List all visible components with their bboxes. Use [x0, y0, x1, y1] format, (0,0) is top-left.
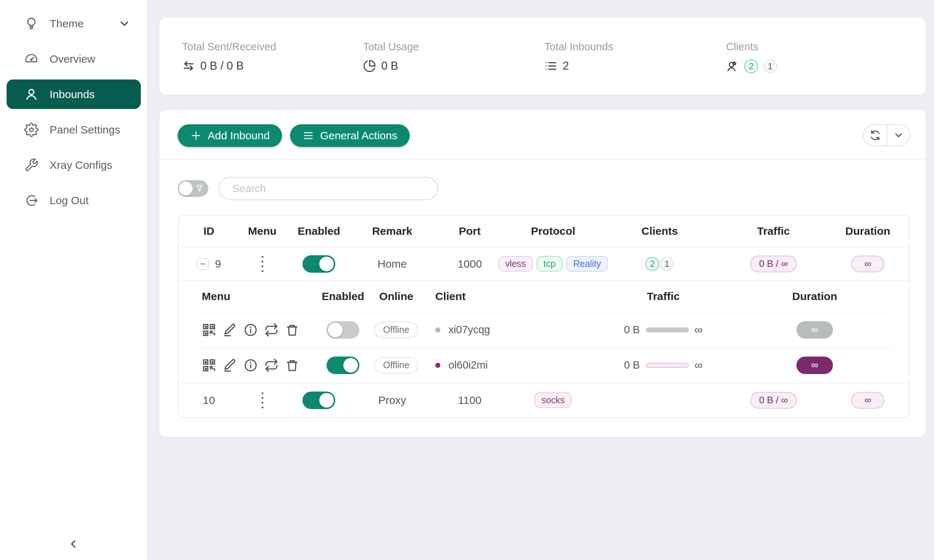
sidebar-item-label: Overview — [49, 53, 95, 65]
stat-total-usage: Total Usage 0 B — [341, 17, 522, 95]
client-name: ol60i2mi — [449, 359, 488, 371]
add-inbound-button[interactable]: Add Inbound — [178, 124, 282, 147]
table-header: ID Menu Enabled Remark Port Protocol Cli… — [179, 215, 909, 246]
info-icon[interactable] — [244, 358, 258, 372]
filter-funnel-icon — [195, 184, 204, 193]
wrench-icon — [24, 158, 39, 172]
edit-icon[interactable] — [223, 323, 237, 337]
sidebar-item-xray-configs[interactable]: Xray Configs — [0, 147, 147, 183]
row-menu-button[interactable] — [259, 254, 266, 274]
toggle-knob — [328, 323, 342, 337]
col-header-clients: Clients — [599, 225, 721, 237]
general-actions-button[interactable]: General Actions — [290, 124, 410, 147]
refresh-button[interactable] — [863, 125, 886, 145]
sidebar-item-label: Log Out — [49, 194, 89, 207]
subcol-header-duration: Duration — [763, 290, 866, 303]
list-icon — [544, 59, 558, 72]
client-traffic-value: 0 B — [624, 359, 640, 371]
protocol-tag: socks — [535, 392, 572, 408]
network-tag: tcp — [537, 256, 563, 272]
person-icon — [24, 87, 39, 102]
reset-traffic-icon[interactable] — [264, 358, 279, 372]
info-icon[interactable] — [244, 323, 258, 337]
client-enabled-toggle[interactable] — [327, 321, 359, 339]
chevron-down-icon — [893, 130, 904, 141]
sidebar-item-panel-settings[interactable]: Panel Settings — [0, 112, 147, 147]
gear-icon — [24, 123, 39, 137]
reset-traffic-icon[interactable] — [264, 323, 279, 337]
duration-pill: ∞ — [851, 392, 885, 409]
stat-label: Clients — [726, 41, 926, 53]
col-header-port: Port — [432, 225, 507, 237]
stat-label: Total Sent/Received — [182, 41, 341, 53]
client-duration-pill: ∞ — [797, 321, 833, 339]
sidebar-collapse-button[interactable] — [66, 536, 82, 552]
traffic-pill: 0 B / ∞ — [750, 255, 797, 272]
hamburger-icon — [302, 130, 314, 142]
lightbulb-icon — [24, 16, 39, 31]
refresh-button-group — [863, 124, 910, 146]
inbounds-panel: Add Inbound General Actions ID Menu Enab… — [159, 110, 926, 437]
sidebar-item-overview[interactable]: Overview — [0, 41, 147, 77]
qr-code-icon[interactable] — [202, 323, 216, 337]
sidebar-item-theme[interactable]: Theme — [0, 6, 147, 41]
search-row — [178, 177, 438, 200]
stat-label: Total Usage — [363, 41, 522, 53]
client-status-dot — [435, 328, 440, 332]
collapse-row-button[interactable] — [197, 258, 209, 270]
client-name: xi07ycqg — [449, 324, 490, 336]
table-row-inbound-9: 9 Home 1000 vless tcp Reality 2 1 0 B / … — [179, 246, 909, 280]
stat-clients: Clients 2 1 — [703, 17, 926, 95]
sidebar-item-log-out[interactable]: Log Out — [0, 183, 147, 218]
traffic-pill: 0 B / ∞ — [750, 392, 797, 409]
inbound-enabled-toggle[interactable] — [302, 392, 335, 409]
expanded-clients-section: Menu Enabled Online Client Traffic Durat… — [179, 280, 909, 382]
delete-icon[interactable] — [285, 358, 299, 372]
users-icon — [726, 60, 739, 73]
inbound-id: 9 — [215, 258, 221, 270]
sidebar-item-label: Theme — [49, 17, 83, 30]
traffic-progress-bar — [646, 363, 689, 368]
col-header-enabled: Enabled — [285, 225, 353, 237]
client-enabled-toggle[interactable] — [327, 357, 359, 374]
client-row-xi07ycqg: Offline xi07ycqg 0 B ∞ ∞ — [199, 312, 894, 347]
row-menu-button[interactable] — [259, 390, 266, 411]
clients-online-badge: 2 — [646, 257, 659, 271]
search-input[interactable] — [219, 177, 438, 200]
inbound-id: 10 — [203, 394, 215, 406]
client-status-dot — [435, 363, 440, 368]
sidebar: Theme Overview Inbounds Panel Settings X… — [0, 0, 147, 560]
col-header-duration: Duration — [826, 225, 909, 237]
subtable-header: Menu Enabled Online Client Traffic Durat… — [199, 281, 894, 312]
toolbar: Add Inbound General Actions — [178, 124, 410, 147]
inbounds-table: ID Menu Enabled Remark Port Protocol Cli… — [178, 215, 910, 418]
filter-toggle[interactable] — [178, 180, 208, 197]
inbound-enabled-toggle[interactable] — [302, 255, 335, 273]
traffic-progress-bar — [646, 328, 689, 332]
client-traffic-value: 0 B — [624, 324, 640, 336]
delete-icon[interactable] — [285, 323, 299, 337]
chevron-left-icon — [68, 538, 80, 550]
inbound-remark: Proxy — [378, 394, 407, 406]
edit-icon[interactable] — [223, 358, 237, 372]
qr-code-icon[interactable] — [202, 358, 216, 372]
sidebar-item-label: Panel Settings — [49, 124, 120, 136]
subcol-header-online: Online — [374, 290, 418, 303]
stat-value: 2 — [563, 59, 569, 72]
client-row-ol60i2mi: Offline ol60i2mi 0 B ∞ ∞ — [199, 347, 894, 382]
chevron-down-icon — [118, 17, 131, 30]
col-header-traffic: Traffic — [721, 225, 826, 237]
subcol-header-traffic: Traffic — [564, 290, 763, 303]
subcol-header-client: Client — [418, 290, 564, 303]
gauge-icon — [24, 52, 39, 66]
traffic-limit: ∞ — [695, 323, 703, 337]
stat-value: 0 B / 0 B — [200, 59, 244, 72]
sidebar-item-inbounds[interactable]: Inbounds — [6, 80, 141, 109]
toggle-knob — [319, 257, 334, 271]
refresh-options-button[interactable] — [886, 125, 909, 145]
stats-card: Total Sent/Received 0 B / 0 B Total Usag… — [159, 17, 926, 95]
duration-pill: ∞ — [851, 255, 885, 272]
refresh-icon — [870, 130, 881, 141]
stat-total-inbounds: Total Inbounds 2 — [522, 17, 703, 95]
transfer-arrows-icon — [182, 59, 195, 72]
